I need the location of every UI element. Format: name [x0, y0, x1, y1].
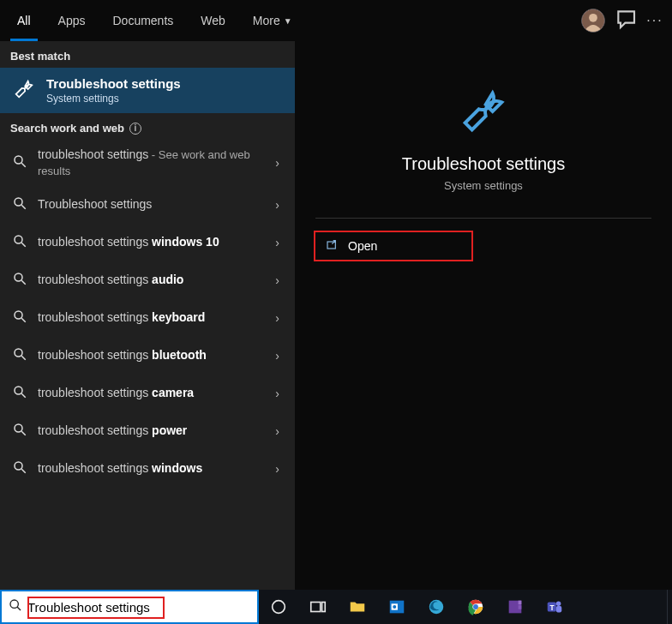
chevron-right-icon[interactable]: ›	[272, 273, 283, 287]
tab-all[interactable]: All	[3, 0, 45, 41]
svg-point-26	[556, 602, 561, 607]
svg-point-18	[393, 605, 396, 609]
svg-point-6	[15, 311, 22, 319]
wrench-icon	[12, 77, 36, 105]
svg-point-4	[15, 236, 22, 243]
svg-rect-14	[311, 603, 321, 612]
search-icon	[12, 309, 27, 327]
ellipsis-icon: ···	[646, 13, 663, 28]
preview-subtitle: System settings	[444, 179, 523, 192]
search-work-web-header: Search work and web i	[0, 113, 295, 140]
result-text: troubleshoot settings keyboard	[38, 309, 261, 326]
result-bold: windows	[152, 461, 202, 475]
result-prefix: troubleshoot settings	[38, 273, 152, 286]
result-prefix: troubleshoot settings	[38, 147, 148, 161]
tab-documents[interactable]: Documents	[99, 0, 187, 41]
taskbar-edge-icon[interactable]	[417, 590, 456, 624]
preview-panel: Troubleshoot settings System settings Op…	[295, 41, 672, 590]
result-prefix: Troubleshoot settings	[38, 197, 152, 211]
tab-more[interactable]: More▼	[239, 0, 306, 41]
best-match-title: Troubleshoot settings	[46, 76, 181, 91]
taskbar-chrome-icon[interactable]	[456, 590, 495, 624]
taskbar-outlook-icon[interactable]	[377, 590, 417, 624]
result-prefix: troubleshoot settings	[38, 386, 152, 399]
user-avatar[interactable]	[581, 9, 605, 33]
best-match-result[interactable]: Troubleshoot settings System settings	[0, 68, 295, 113]
search-icon	[12, 384, 27, 403]
svg-point-7	[15, 349, 22, 357]
search-result[interactable]: troubleshoot settings keyboard›	[0, 299, 295, 337]
chevron-right-icon[interactable]: ›	[272, 156, 283, 170]
taskbar-search[interactable]	[0, 590, 259, 624]
taskbar-cortana-icon[interactable]	[259, 590, 298, 624]
svg-text:T: T	[550, 604, 555, 612]
search-result[interactable]: troubleshoot settings audio›	[0, 261, 295, 299]
search-icon	[12, 153, 27, 172]
svg-point-3	[15, 198, 22, 206]
best-match-subtitle: System settings	[46, 93, 181, 105]
result-bold: bluetooth	[152, 348, 207, 362]
result-bold: audio	[152, 273, 183, 286]
search-icon	[12, 233, 27, 252]
search-result[interactable]: troubleshoot settings windows›	[0, 450, 295, 488]
search-result[interactable]: Troubleshoot settings›	[0, 186, 295, 224]
result-text: troubleshoot settings bluetooth	[38, 347, 261, 363]
svg-point-5	[15, 273, 22, 281]
tab-label: All	[17, 14, 31, 27]
feedback-icon[interactable]	[614, 0, 641, 41]
result-text: troubleshoot settings power	[38, 423, 261, 439]
search-icon	[12, 271, 27, 290]
search-icon	[9, 598, 22, 615]
search-result[interactable]: troubleshoot settings windows 10›	[0, 224, 295, 261]
section-label: Best match	[10, 50, 70, 63]
result-bold: power	[152, 423, 187, 437]
tab-web[interactable]: Web	[187, 0, 239, 41]
tab-label: Documents	[112, 14, 173, 27]
tab-apps[interactable]: Apps	[45, 0, 99, 41]
info-icon[interactable]: i	[129, 123, 141, 135]
search-result[interactable]: troubleshoot settings power›	[0, 412, 295, 450]
chevron-right-icon[interactable]: ›	[272, 349, 283, 363]
taskbar-file-explorer-icon[interactable]	[338, 590, 377, 624]
search-result[interactable]: troubleshoot settings - See work and web…	[0, 140, 295, 186]
taskbar-taskview-icon[interactable]	[298, 590, 338, 624]
search-icon	[12, 459, 27, 478]
search-result[interactable]: troubleshoot settings bluetooth›	[0, 337, 295, 375]
result-prefix: troubleshoot settings	[38, 348, 152, 362]
search-input[interactable]	[27, 600, 250, 615]
result-text: troubleshoot settings - See work and web…	[38, 147, 261, 179]
taskbar-teams-icon[interactable]: T	[535, 590, 574, 624]
search-icon	[12, 195, 27, 214]
search-result[interactable]: troubleshoot settings camera›	[0, 375, 295, 412]
svg-rect-27	[556, 606, 561, 612]
chevron-right-icon[interactable]: ›	[272, 236, 283, 249]
chevron-down-icon: ▼	[284, 16, 292, 26]
chevron-right-icon[interactable]: ›	[272, 462, 283, 476]
result-text: troubleshoot settings windows 10	[38, 234, 261, 250]
svg-point-9	[15, 424, 22, 432]
search-icon	[12, 346, 27, 365]
result-bold: camera	[152, 386, 194, 399]
tab-label: More	[253, 14, 280, 27]
section-label: Search work and web	[10, 122, 124, 135]
open-icon	[326, 238, 339, 255]
taskbar: T	[0, 590, 672, 624]
chevron-right-icon[interactable]: ›	[272, 387, 283, 400]
show-desktop-button[interactable]	[667, 590, 672, 624]
tab-label: Web	[201, 14, 225, 27]
open-button[interactable]: Open	[314, 231, 473, 261]
taskbar-onenote-icon[interactable]	[495, 590, 535, 624]
svg-point-10	[15, 462, 22, 470]
best-match-header: Best match	[0, 41, 295, 68]
search-results-panel: Best match Troubleshoot settings System …	[0, 41, 295, 590]
svg-point-2	[15, 156, 22, 164]
open-label: Open	[348, 239, 377, 253]
svg-rect-23	[519, 601, 522, 605]
chevron-right-icon[interactable]: ›	[272, 424, 283, 438]
divider	[315, 218, 651, 219]
chevron-right-icon[interactable]: ›	[272, 198, 283, 212]
more-options-icon[interactable]: ···	[641, 0, 669, 41]
svg-point-21	[473, 604, 478, 609]
result-prefix: troubleshoot settings	[38, 461, 152, 475]
chevron-right-icon[interactable]: ›	[272, 311, 283, 325]
